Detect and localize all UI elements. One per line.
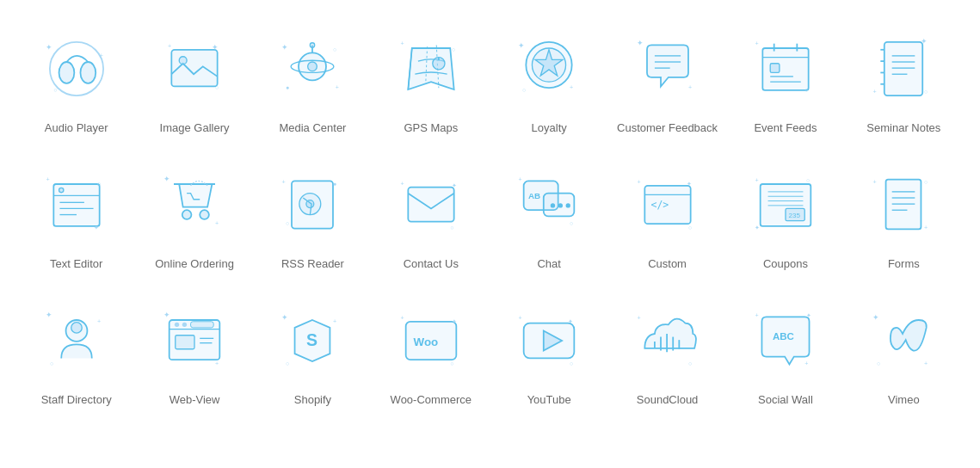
loyalty-icon: ✦ + ○ [506, 26, 592, 112]
svg-text:○: ○ [924, 179, 928, 186]
svg-text:✦: ✦ [213, 43, 219, 52]
svg-text:○: ○ [806, 177, 810, 184]
grid-item-audio-player[interactable]: ✦ + ○ Audio Player [17, 17, 135, 145]
grid-item-social-wall[interactable]: ABC + ✦ + Social Wall [726, 289, 844, 416]
grid-item-woo-commerce[interactable]: Woo + ✦ ○ Woo-Commerce [372, 289, 490, 416]
chat-label: Chat [537, 256, 560, 272]
svg-text:+: + [400, 40, 404, 47]
svg-text:✦: ✦ [873, 313, 880, 322]
grid-item-coupons[interactable]: 235 + ○ ✦ Coupons [726, 153, 844, 280]
svg-text:○: ○ [688, 225, 692, 232]
forms-label: Forms [888, 256, 920, 272]
svg-text:✦: ✦ [164, 311, 171, 320]
audio-player-label: Audio Player [45, 120, 108, 136]
coupons-icon: 235 + ○ ✦ [743, 162, 829, 248]
chat-icon: AB + ○ [506, 162, 592, 248]
forms-icon: + + ○ [860, 162, 946, 248]
media-center-label: Media Center [279, 120, 346, 136]
svg-text:+: + [519, 315, 522, 322]
grid-item-chat[interactable]: AB + ○ Chat [490, 153, 608, 280]
svg-text:✦: ✦ [46, 311, 52, 320]
grid-item-shopify[interactable]: S ✦ + ○ Shopify [254, 289, 372, 416]
contact-us-label: Contact Us [404, 256, 459, 272]
svg-text:✦: ✦ [452, 318, 457, 325]
svg-text:✦: ✦ [94, 225, 99, 232]
grid-item-media-center[interactable]: ✦ + ● ○ Media Center [254, 17, 372, 145]
svg-text:ABC: ABC [773, 331, 795, 342]
app-grid: ✦ + ○ Audio Player ✦ + ○ Image Gallery ✦… [17, 17, 963, 417]
grid-item-soundcloud[interactable]: + ○ SoundCloud [608, 289, 726, 416]
grid-item-rss-reader[interactable]: + ● ○ RSS Reader [254, 153, 372, 280]
grid-item-gps-maps[interactable]: + ○ GPS Maps [372, 17, 490, 145]
media-center-icon: ✦ + ● ○ [269, 26, 355, 112]
svg-point-70 [200, 210, 209, 219]
grid-item-vimeo[interactable]: ✦ + ○ Vimeo [845, 289, 963, 416]
shopify-label: Shopify [294, 392, 331, 408]
social-wall-label: Social Wall [758, 392, 813, 408]
grid-item-text-editor[interactable]: + ✦ ○ Text Editor [17, 153, 135, 280]
online-ordering-label: Online Ordering [155, 256, 234, 272]
soundcloud-icon: + ○ [625, 298, 711, 384]
svg-text:+: + [873, 89, 877, 95]
svg-text:○: ○ [215, 84, 219, 91]
grid-item-online-ordering[interactable]: ✦ + Online Ordering [135, 153, 253, 280]
staff-directory-icon: ✦ + ○ [34, 298, 120, 384]
svg-text:✦: ✦ [921, 37, 928, 46]
audio-player-icon: ✦ + ○ [34, 26, 120, 112]
customer-feedback-icon: ✦ + [625, 26, 711, 112]
svg-text:○: ○ [53, 87, 57, 94]
grid-item-image-gallery[interactable]: ✦ + ○ Image Gallery [135, 17, 253, 145]
svg-point-12 [308, 62, 317, 71]
svg-text:○: ○ [50, 361, 53, 368]
grid-item-loyalty[interactable]: ✦ + ○ Loyalty [490, 17, 608, 145]
text-editor-label: Text Editor [50, 256, 102, 272]
svg-text:+: + [46, 177, 49, 184]
svg-text:+: + [755, 40, 758, 47]
image-gallery-icon: ✦ + ○ [151, 26, 237, 112]
svg-rect-40 [770, 64, 780, 73]
svg-point-7 [179, 57, 187, 65]
svg-point-86 [551, 203, 555, 207]
svg-text:○: ○ [333, 46, 336, 53]
text-editor-icon: + ✦ ○ [34, 162, 120, 248]
shopify-icon: S ✦ + ○ [269, 298, 355, 384]
grid-item-contact-us[interactable]: + ○ ✦ Contact Us [372, 153, 490, 280]
svg-text:+: + [637, 315, 640, 322]
image-gallery-label: Image Gallery [160, 120, 230, 136]
svg-text:○: ○ [804, 87, 808, 94]
customer-feedback-label: Customer Feedback [617, 120, 718, 136]
svg-text:✦: ✦ [637, 39, 644, 47]
grid-item-customer-feedback[interactable]: ✦ + Customer Feedback [608, 17, 726, 145]
grid-item-seminar-notes[interactable]: ✦ + ○ Seminar Notes [845, 17, 963, 145]
grid-item-forms[interactable]: + + ○ Forms [845, 153, 963, 280]
svg-text:+: + [97, 318, 101, 325]
svg-text:✦: ✦ [452, 182, 457, 189]
svg-text:✦: ✦ [687, 181, 692, 188]
grid-item-youtube[interactable]: + ○ ✦ YouTube [490, 289, 608, 416]
svg-rect-124 [191, 322, 214, 328]
svg-text:✦: ✦ [519, 41, 526, 50]
grid-item-event-feeds[interactable]: + ○ Event Feeds [726, 17, 844, 145]
online-ordering-icon: ✦ + [151, 162, 237, 248]
svg-text:○: ○ [570, 361, 573, 368]
svg-text:+: + [99, 52, 102, 59]
svg-text:○: ○ [688, 361, 692, 368]
svg-text:○: ○ [924, 89, 928, 95]
grid-item-staff-directory[interactable]: ✦ + ○ Staff Directory [17, 289, 135, 416]
svg-text:+: + [400, 181, 404, 188]
grid-item-web-view[interactable]: ✦ + Web-View [135, 289, 253, 416]
svg-point-2 [80, 62, 96, 83]
svg-text:✦: ✦ [46, 43, 52, 52]
rss-reader-icon: + ● ○ [269, 162, 355, 248]
svg-text:○: ○ [877, 361, 880, 368]
custom-label: Custom [648, 256, 687, 272]
svg-text:+: + [333, 318, 336, 325]
vimeo-label: Vimeo [888, 392, 920, 408]
event-feeds-icon: + ○ [743, 26, 829, 112]
grid-item-custom[interactable]: </> + ○ ✦ Custom [608, 153, 726, 280]
svg-text:+: + [400, 315, 404, 322]
svg-text:+: + [804, 361, 808, 368]
youtube-icon: + ○ ✦ [506, 298, 592, 384]
svg-rect-38 [762, 48, 808, 90]
svg-text:+: + [755, 313, 758, 320]
